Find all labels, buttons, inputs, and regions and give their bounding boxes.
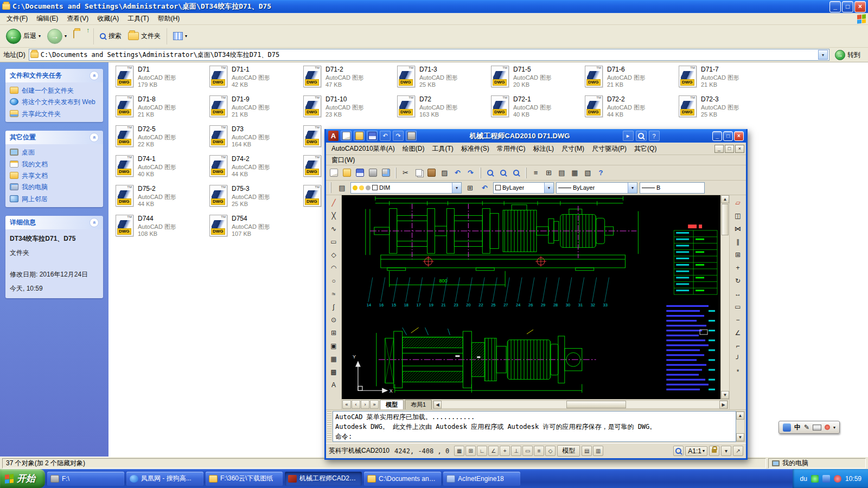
address-input[interactable]: C:\Documents and Settings\Administrator\… bbox=[29, 49, 829, 61]
file-tile[interactable]: TMDWGD71-7AutoCAD 图形21 KB bbox=[679, 66, 771, 93]
toolbar-button[interactable]: ▧ bbox=[582, 166, 594, 179]
modify-tool-button[interactable]: ▭ bbox=[731, 300, 745, 313]
acad-menu-item[interactable]: 标准件(S) bbox=[457, 143, 493, 155]
taskbar-task[interactable]: F:\360云\下载图纸 bbox=[206, 472, 283, 486]
file-tile[interactable]: TMDWGD72-2AutoCAD 图形44 KB bbox=[585, 95, 677, 123]
modify-tool-button[interactable]: ╯ bbox=[731, 352, 745, 365]
places-card-header[interactable]: 其它位置 » bbox=[5, 131, 103, 144]
vertical-scrollbar[interactable]: ▲ ▼ bbox=[720, 195, 729, 399]
linetype-combo[interactable]: ByLayer ▾ bbox=[556, 182, 637, 194]
status-toggle-button[interactable]: + bbox=[500, 446, 510, 456]
scroll-right-icon[interactable]: ▶ bbox=[719, 401, 727, 409]
qat-save-button[interactable] bbox=[367, 131, 378, 141]
up-button[interactable]: ↑ bbox=[71, 28, 90, 44]
toolbar-button[interactable] bbox=[484, 166, 496, 179]
tab-last-icon[interactable]: » bbox=[370, 400, 379, 409]
toolbar-button[interactable] bbox=[497, 166, 509, 179]
acad-menu-item[interactable]: 其它(Q) bbox=[630, 143, 660, 155]
back-button[interactable]: ← 后退 ▾ bbox=[3, 27, 43, 46]
keyboard-icon[interactable] bbox=[813, 425, 821, 431]
color-dropdown-icon[interactable]: ▾ bbox=[544, 183, 553, 193]
update-tray-icon[interactable] bbox=[834, 475, 841, 483]
modify-tool-button[interactable]: + bbox=[731, 261, 745, 274]
toolbar-button[interactable] bbox=[367, 166, 379, 179]
draw-tool-button[interactable]: ∫ bbox=[327, 300, 341, 313]
folders-button[interactable]: 文件夹 bbox=[125, 29, 163, 43]
acad-menu-item[interactable]: AutoCAD2010菜单(A) bbox=[328, 143, 399, 155]
linetype-dropdown-icon[interactable]: ▾ bbox=[628, 183, 637, 193]
place-network[interactable]: 网上邻居 bbox=[10, 195, 99, 203]
modify-tool-button[interactable]: ⊞ bbox=[731, 248, 745, 261]
file-tile[interactable]: TMDWGD75-2AutoCAD 图形44 KB bbox=[116, 185, 208, 212]
modify-tool-button[interactable]: ◫ bbox=[731, 209, 745, 222]
qat-plot-button[interactable] bbox=[406, 131, 417, 141]
share-folder-link[interactable]: 共享此文件夹 bbox=[10, 110, 99, 118]
place-my-documents[interactable]: 我的文档 bbox=[10, 160, 99, 168]
place-my-computer[interactable]: 我的电脑 bbox=[10, 183, 99, 191]
qat-redo-button[interactable]: ↷ bbox=[393, 131, 404, 141]
volume-tray-icon[interactable] bbox=[822, 475, 830, 483]
toolbar-button[interactable] bbox=[354, 166, 366, 179]
doc-restore-button[interactable]: □ bbox=[725, 145, 734, 153]
draw-tool-button[interactable]: ⊞ bbox=[327, 326, 341, 339]
file-tile[interactable]: TMDWGD72-5AutoCAD 图形22 KB bbox=[116, 125, 208, 152]
menu-window[interactable]: 窗口(W) bbox=[328, 155, 359, 166]
qat-undo-button[interactable]: ↶ bbox=[380, 131, 391, 141]
new-folder-link[interactable]: 创建一个新文件夹 bbox=[10, 87, 99, 94]
details-card-header[interactable]: 详细信息 » bbox=[5, 216, 103, 229]
infocenter-help-icon[interactable]: ? bbox=[649, 131, 660, 141]
status-toggle-button[interactable]: ⊥ bbox=[511, 446, 521, 456]
layer-dropdown-icon[interactable]: ▾ bbox=[452, 183, 461, 193]
file-tile[interactable]: TMDWGD71-3AutoCAD 图形25 KB bbox=[397, 66, 489, 93]
toolbar-button[interactable]: ▦ bbox=[569, 166, 581, 179]
lineweight-combo[interactable]: B bbox=[640, 182, 705, 194]
explorer-menu-item[interactable]: 查看(V) bbox=[62, 13, 93, 24]
pen-icon[interactable]: ✎ bbox=[804, 423, 809, 431]
file-tile[interactable]: TMDWGD71-6AutoCAD 图形21 KB bbox=[585, 66, 677, 93]
zoom-status-icon[interactable] bbox=[673, 446, 684, 456]
draw-tool-button[interactable]: ≈ bbox=[327, 287, 341, 300]
ime-icon[interactable] bbox=[783, 423, 791, 432]
vscroll-thumb[interactable] bbox=[722, 204, 729, 235]
file-tile[interactable]: TMDWGD71-10AutoCAD 图形23 KB bbox=[303, 95, 395, 123]
toolbar-button[interactable] bbox=[412, 166, 425, 179]
file-tile[interactable]: TMDWGD72-1AutoCAD 图形40 KB bbox=[491, 95, 583, 123]
explorer-menu-item[interactable]: 帮助(H) bbox=[154, 13, 184, 24]
color-combo[interactable]: ByLayer ▾ bbox=[493, 182, 554, 194]
place-desktop[interactable]: 桌面 bbox=[10, 149, 99, 156]
model-space-button[interactable]: 模型 bbox=[557, 445, 580, 457]
explorer-menu-item[interactable]: 文件(F) bbox=[2, 13, 32, 24]
layer-previous-button[interactable]: ↶ bbox=[478, 182, 491, 194]
doc-minimize-button[interactable]: _ bbox=[714, 145, 724, 153]
status-toggle-button[interactable]: ▦ bbox=[454, 446, 464, 456]
collapse-icon[interactable]: » bbox=[90, 133, 99, 142]
doc-close-button[interactable]: × bbox=[735, 145, 744, 153]
scroll-up-icon[interactable]: ▲ bbox=[721, 195, 729, 203]
file-tile[interactable]: TMDWGD73AutoCAD 图形164 KB bbox=[209, 125, 302, 152]
search-button[interactable]: 搜索 bbox=[97, 29, 124, 43]
toolbar-button[interactable]: ⊞ bbox=[542, 166, 555, 179]
status-toggle-button[interactable]: ≡ bbox=[534, 446, 544, 456]
close-button[interactable]: × bbox=[854, 1, 866, 12]
draw-tool-button[interactable]: ⊙ bbox=[327, 313, 341, 326]
modify-tool-button[interactable]: ↔ bbox=[731, 287, 745, 300]
layer-combo[interactable]: DIM ▾ bbox=[350, 182, 462, 194]
file-tile[interactable]: TMDWGD71-5AutoCAD 图形20 KB bbox=[491, 66, 583, 93]
toolbar-button[interactable]: ↷ bbox=[464, 166, 477, 179]
layer-manager-button[interactable]: ▤ bbox=[336, 182, 348, 194]
taskbar-task[interactable]: AcInetEngine18 bbox=[443, 472, 520, 486]
file-tile[interactable]: TMDWGD72AutoCAD 图形163 KB bbox=[397, 95, 489, 123]
file-tile[interactable]: TMDWGD71AutoCAD 图形179 KB bbox=[116, 66, 208, 93]
explorer-menu-item[interactable]: 编辑(E) bbox=[32, 13, 62, 24]
tab-prev-icon[interactable]: ‹ bbox=[352, 400, 360, 409]
tasks-card-header[interactable]: 文件和文件夹任务 » bbox=[5, 69, 103, 82]
modify-tool-button[interactable]: ∠ bbox=[731, 326, 745, 339]
status-menu-icon[interactable]: ▾ bbox=[721, 446, 731, 456]
command-text[interactable]: AutoCAD 菜单实用程序已加载。...........Autodesk DW… bbox=[333, 411, 736, 442]
forward-dropdown-icon[interactable]: ▾ bbox=[65, 34, 67, 38]
status-toggle-button[interactable]: ▭ bbox=[522, 446, 533, 456]
tab-next-icon[interactable]: › bbox=[361, 400, 369, 409]
toolbar-button[interactable]: ▨ bbox=[438, 166, 451, 179]
toolbar-button[interactable] bbox=[510, 166, 522, 179]
explorer-menu-item[interactable]: 收藏(A) bbox=[93, 13, 123, 24]
